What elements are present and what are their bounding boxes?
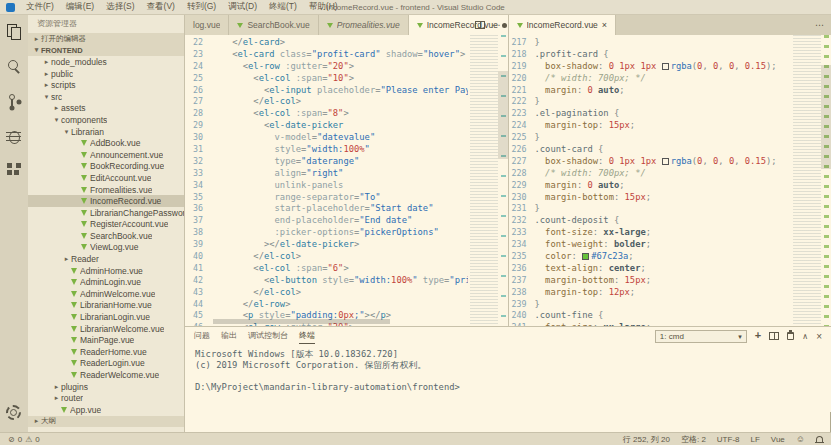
tree-item[interactable]: Fromealities.vue: [28, 184, 184, 196]
panel-tab[interactable]: 问题: [194, 328, 210, 344]
menu-item[interactable]: 查看(V): [141, 1, 181, 13]
menu-item[interactable]: 编辑(E): [60, 1, 100, 13]
code-editor-1[interactable]: 22 </el-card> 23 <el-card class="profit-…: [185, 35, 508, 326]
editor-tab[interactable]: IncomeRecord.vue: [509, 15, 617, 35]
tree-item[interactable]: ▸ public: [28, 68, 184, 80]
editor-tab[interactable]: log.vue: [185, 15, 229, 35]
horizontal-scrollbar[interactable]: [213, 319, 390, 324]
menu-item[interactable]: 帮助(H): [303, 1, 344, 13]
new-terminal-icon[interactable]: [755, 331, 761, 341]
vertical-scrollbar[interactable]: [498, 71, 508, 159]
tree-item[interactable]: RegisterAccount.vue: [28, 219, 184, 231]
line-number: 237: [509, 275, 535, 287]
tree-item[interactable]: ▸ 打开的编辑器: [28, 33, 184, 45]
tree-item[interactable]: ReaderLogin.vue: [28, 358, 184, 370]
tree-item[interactable]: ▸ 大纲: [28, 416, 184, 428]
status-item[interactable]: LF: [751, 434, 760, 445]
split-editor-icon[interactable]: [475, 21, 485, 29]
tree-item[interactable]: ▸ assets: [28, 103, 184, 115]
maximize-panel-icon[interactable]: [802, 332, 808, 341]
minimap[interactable]: [793, 35, 821, 326]
explorer-icon[interactable]: [3, 21, 25, 43]
line-number: 239: [509, 299, 535, 311]
debug-icon[interactable]: [3, 126, 25, 148]
tree-item-label: 打开的编辑器: [41, 34, 86, 44]
tree-item[interactable]: EditAccount.vue: [28, 172, 184, 184]
feedback-smiley-icon[interactable]: [796, 434, 805, 444]
tree-item[interactable]: ViewLog.vue: [28, 242, 184, 254]
code-text: }: [535, 96, 792, 108]
terminal-shell-select[interactable]: 1: cmd: [655, 330, 747, 343]
tree-item[interactable]: ReaderHome.vue: [28, 346, 184, 358]
tree-item[interactable]: AdminWelcome.vue: [28, 288, 184, 300]
status-item[interactable]: 行 252, 列 20: [623, 434, 670, 445]
menu-item[interactable]: 终端(T): [263, 1, 303, 13]
notifications-bell-icon[interactable]: [816, 436, 823, 443]
more-actions-icon[interactable]: [492, 20, 501, 30]
tree-item[interactable]: ▾ src: [28, 91, 184, 103]
vertical-scrollbar[interactable]: [821, 65, 831, 169]
code-line: 42 <el-button style="width:100%" type="p…: [185, 275, 468, 287]
tree-item[interactable]: ▸ plugins: [28, 381, 184, 393]
tree-item[interactable]: ▸ scripts: [28, 79, 184, 91]
extensions-icon[interactable]: [3, 161, 25, 183]
tree-item[interactable]: ReaderWelcome.vue: [28, 369, 184, 381]
tree-item[interactable]: BookRecording.vue: [28, 161, 184, 173]
tree-item[interactable]: ▾ Librarian: [28, 126, 184, 138]
tree-item[interactable]: AddBook.vue: [28, 137, 184, 149]
tree-item[interactable]: LibrarianWelcome.vue: [28, 323, 184, 335]
panel-tab[interactable]: 输出: [221, 328, 237, 344]
kill-terminal-icon[interactable]: [787, 332, 794, 340]
editor-tab[interactable]: SearchBook.vue: [229, 15, 318, 35]
menu-item[interactable]: 选择(S): [100, 1, 140, 13]
tree-item[interactable]: AdminLogin.vue: [28, 276, 184, 288]
more-actions-icon[interactable]: [815, 20, 824, 30]
tree-item[interactable]: LibrarianChangePassword.vue: [28, 207, 184, 219]
menu-item[interactable]: 文件(F): [20, 1, 60, 13]
tree-item[interactable]: LibrarianLogin.vue: [28, 311, 184, 323]
editor-tab[interactable]: Promealities.vue: [319, 15, 409, 35]
line-number: 231: [509, 203, 535, 215]
split-terminal-icon[interactable]: [769, 332, 779, 340]
close-panel-icon[interactable]: [816, 331, 822, 342]
tree-item[interactable]: MainPage.vue: [28, 334, 184, 346]
tree-item[interactable]: ▸ router: [28, 392, 184, 404]
terminal-content[interactable]: Microsoft Windows [版本 10.0.18362.720] (c…: [185, 345, 831, 412]
status-item[interactable]: Vue: [771, 434, 785, 445]
menu-item[interactable]: 调试(D): [222, 1, 263, 13]
tree-item[interactable]: Announcement.vue: [28, 149, 184, 161]
code-text: align="right": [211, 168, 468, 180]
panel-tab[interactable]: 终端: [299, 328, 315, 344]
tree-item[interactable]: SearchBook.vue: [28, 230, 184, 242]
line-number: 27: [185, 96, 211, 108]
menu-item[interactable]: 转到(G): [181, 1, 222, 13]
source-control-icon[interactable]: [3, 91, 25, 113]
tree-item[interactable]: ▸ node_modules: [28, 56, 184, 68]
minimap[interactable]: [470, 35, 498, 326]
code-editor-2[interactable]: 217 } 218 .profit-card { 219: [509, 35, 831, 326]
line-number: 28: [185, 108, 211, 120]
status-bar: 0 0 行 252, 列 20空格: 2UTF-8LFVue: [0, 432, 831, 445]
tree-item[interactable]: App.vue: [28, 404, 184, 416]
gear-icon[interactable]: [3, 402, 25, 424]
panel-tab[interactable]: 调试控制台: [248, 328, 288, 344]
code-line: 27 </el-col>: [185, 96, 468, 108]
status-item[interactable]: 空格: 2: [681, 434, 706, 445]
search-icon[interactable]: [3, 56, 25, 78]
tree-item[interactable]: ▾ FRONTEND: [28, 45, 184, 57]
tree-item[interactable]: IncomeRecord.vue: [28, 195, 184, 207]
close-icon[interactable]: [602, 20, 607, 30]
terminal-line: [195, 371, 821, 382]
error-icon: [8, 435, 15, 444]
tree-item[interactable]: ▸ Reader: [28, 253, 184, 265]
tree-item[interactable]: LibrarianHome.vue: [28, 300, 184, 312]
activity-bar: [0, 15, 28, 432]
problems-status[interactable]: 0 0: [8, 435, 40, 444]
tree-item-label: BookRecording.vue: [90, 161, 164, 171]
tree-item-label: AdminLogin.vue: [80, 277, 141, 287]
vue-file-icon: [237, 23, 243, 28]
status-item[interactable]: UTF-8: [717, 434, 740, 445]
tree-item[interactable]: AdminHome.vue: [28, 265, 184, 277]
code-line: 239 }: [509, 299, 792, 311]
tree-item[interactable]: ▾ components: [28, 114, 184, 126]
